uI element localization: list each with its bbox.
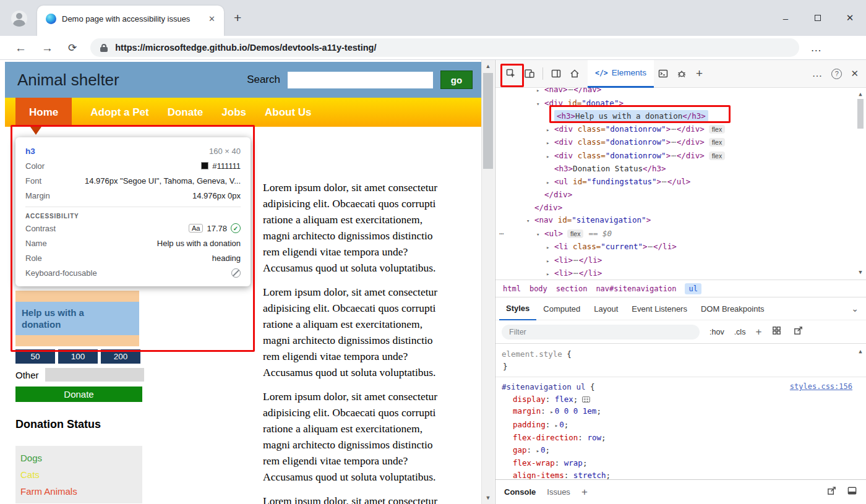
dom-tree-line[interactable]: ⋯▾<ul>flex== $0 <box>495 228 866 241</box>
maximize-button[interactable] <box>802 0 834 36</box>
inline-expand-icon[interactable]: ⋯ <box>662 177 667 186</box>
dom-tree-line[interactable]: ▾<nav id="sitenavigation"> <box>495 214 866 228</box>
inline-expand-icon[interactable]: ⋯ <box>648 242 653 251</box>
dom-node[interactable]: </div> <box>544 190 572 199</box>
dom-tree-line[interactable]: ▸<nav>⋯</nav> <box>495 88 866 97</box>
dom-tree-line[interactable]: <h3>Help us with a donation</h3> <box>495 110 866 123</box>
css-property-align-items[interactable]: align-items: stretch; <box>502 469 852 480</box>
dom-node[interactable]: <div class="donationrow">⋯</div> <box>554 124 705 134</box>
expand-arrow-icon[interactable]: ▸ <box>546 150 554 163</box>
expand-arrow-icon[interactable]: ▸ <box>546 137 554 150</box>
inline-expand-icon[interactable]: ⋯ <box>671 137 676 147</box>
css-property-display[interactable]: display: flex; <box>502 393 852 406</box>
console-tool-icon[interactable] <box>654 64 672 83</box>
donation-amount-200[interactable]: 200 <box>101 349 140 364</box>
tab-dom-breakpoints[interactable]: DOM Breakpoints <box>694 297 771 320</box>
css-property-margin[interactable]: margin: ▸0 0 0 1em; <box>502 405 852 419</box>
expand-arrow-icon[interactable]: ▸ <box>546 241 554 254</box>
tab-close-icon[interactable]: ✕ <box>206 13 218 25</box>
dom-node[interactable]: <div class="donationrow">⋯</div> <box>554 137 705 147</box>
drawer-tab-console[interactable]: Console <box>504 487 536 497</box>
dom-node[interactable]: <li>⋯</li> <box>554 255 602 265</box>
inline-expand-icon[interactable]: ⋯ <box>671 151 676 160</box>
breadcrumb-item-body[interactable]: body <box>529 284 547 293</box>
dom-tree-line[interactable]: ▸<ul id="fundingstatus">⋯</ul> <box>495 176 866 189</box>
expand-arrow-icon[interactable]: ▸ <box>546 268 554 280</box>
nav-item-home[interactable]: Home <box>15 98 72 127</box>
nav-item-about-us[interactable]: About Us <box>265 106 312 119</box>
style-toggle-hov[interactable]: :hov <box>710 328 724 336</box>
dom-node[interactable]: <div id="donate"> <box>544 98 624 108</box>
dom-tree-line[interactable]: ▸<div class="donationrow">⋯</div>flex <box>495 150 866 163</box>
dom-node[interactable]: <nav id="sitenavigation"> <box>534 215 651 224</box>
breadcrumb-item-section[interactable]: section <box>556 284 588 293</box>
devtools-close-icon[interactable]: ✕ <box>851 68 859 79</box>
address-bar[interactable]: https://microsoftedge.github.io/Demos/de… <box>90 38 799 57</box>
dom-tree-line[interactable]: ▸<li>⋯</li> <box>495 254 866 268</box>
tab-computed[interactable]: Computed <box>536 297 587 320</box>
popout-icon[interactable] <box>793 325 804 338</box>
scroll-up-icon[interactable]: ▲ <box>855 348 865 354</box>
css-property-flex-direction[interactable]: flex-direction: row; <box>502 432 852 444</box>
grid-view-icon[interactable] <box>771 325 782 338</box>
dom-node[interactable]: <nav>⋯</nav> <box>544 88 601 94</box>
minimize-button[interactable]: – <box>770 0 802 36</box>
breadcrumb-item-html[interactable]: html <box>503 284 521 293</box>
dom-node[interactable]: <li class="current">⋯</li> <box>554 242 677 251</box>
breadcrumb-item-nav-sitenavigation[interactable]: nav#sitenavigation <box>596 284 676 293</box>
expand-arrow-icon[interactable]: ▸ <box>546 255 554 268</box>
expand-arrow-icon[interactable]: ▸ <box>550 409 553 415</box>
expand-arrow-icon[interactable]: ▾ <box>536 98 544 111</box>
browser-menu-icon[interactable]: … <box>810 42 822 54</box>
close-window-button[interactable]: ✕ <box>834 0 866 36</box>
device-emulation-icon[interactable] <box>520 64 539 83</box>
nav-item-jobs[interactable]: Jobs <box>221 106 246 119</box>
refresh-button[interactable]: ⟳ <box>68 42 77 54</box>
help-icon[interactable]: ? <box>831 69 842 79</box>
tab-styles[interactable]: Styles <box>499 297 536 320</box>
tab-event-listeners[interactable]: Event Listeners <box>625 297 694 320</box>
dom-gutter-dots[interactable]: ⋯ <box>499 228 504 241</box>
status-item-dogs[interactable]: Dogs <box>20 450 142 466</box>
search-input[interactable] <box>288 72 433 88</box>
expand-arrow-icon[interactable]: ▸ <box>555 422 558 429</box>
status-item-cats[interactable]: Cats <box>20 466 142 483</box>
inline-expand-icon[interactable]: ⋯ <box>573 255 578 265</box>
home-icon[interactable] <box>565 64 584 83</box>
inline-expand-icon[interactable]: ⋯ <box>671 124 676 134</box>
nav-item-adopt-a-pet[interactable]: Adopt a Pet <box>90 106 148 119</box>
dom-tree-line[interactable]: ▾<div id="donate"> <box>495 97 866 111</box>
new-style-rule-icon[interactable]: + <box>755 326 761 338</box>
donation-amount-100[interactable]: 100 <box>58 349 98 364</box>
expand-arrow-icon[interactable]: ▸ <box>536 88 544 97</box>
style-toggle-cls[interactable]: .cls <box>734 328 746 336</box>
dom-node[interactable]: <h3>Donation Status</h3> <box>554 164 666 173</box>
expand-arrow-icon[interactable]: ▾ <box>536 228 544 241</box>
stylesheet-link[interactable]: styles.css:156 <box>790 381 852 393</box>
scroll-down-icon[interactable]: ▼ <box>855 269 865 275</box>
profile-avatar-icon[interactable] <box>11 11 27 27</box>
add-tool-icon[interactable]: + <box>696 67 703 80</box>
go-button[interactable]: go <box>440 70 473 89</box>
style-filter-input[interactable] <box>502 325 700 340</box>
rule-selector-line[interactable]: styles.css:156#sitenavigation ul { <box>502 381 852 393</box>
dom-tree-line[interactable]: ▸<li>⋯</li> <box>495 267 866 280</box>
dom-node[interactable]: </div> <box>534 203 562 212</box>
css-property-gap[interactable]: gap: ▸0; <box>502 444 852 458</box>
browser-tab[interactable]: Demo page with accessibility issues ✕ <box>37 6 224 36</box>
css-property-flex-wrap[interactable]: flex-wrap: wrap; <box>502 457 852 469</box>
css-property-padding[interactable]: padding: ▸0; <box>502 419 852 432</box>
tab-elements[interactable]: </> Elements <box>588 60 654 88</box>
dom-tree-line[interactable]: ▸<li class="current">⋯</li> <box>495 241 866 254</box>
breadcrumb-item-ul[interactable]: ul <box>685 283 701 294</box>
expand-arrow-icon[interactable]: ▸ <box>546 176 554 189</box>
dom-node[interactable]: <div class="donationrow">⋯</div> <box>554 151 705 160</box>
page-scrollbar[interactable]: ▲ ▼ <box>481 60 494 504</box>
other-amount-input[interactable] <box>45 368 144 382</box>
flex-editor-icon[interactable] <box>582 396 590 403</box>
dom-tree-line[interactable]: ▸<div class="donationrow">⋯</div>flex <box>495 123 866 137</box>
issues-bug-icon[interactable] <box>672 64 691 83</box>
scrollbar-thumb[interactable] <box>857 99 864 129</box>
dom-tree-line[interactable]: </div> <box>495 189 866 202</box>
inline-expand-icon[interactable]: ⋯ <box>573 268 578 278</box>
